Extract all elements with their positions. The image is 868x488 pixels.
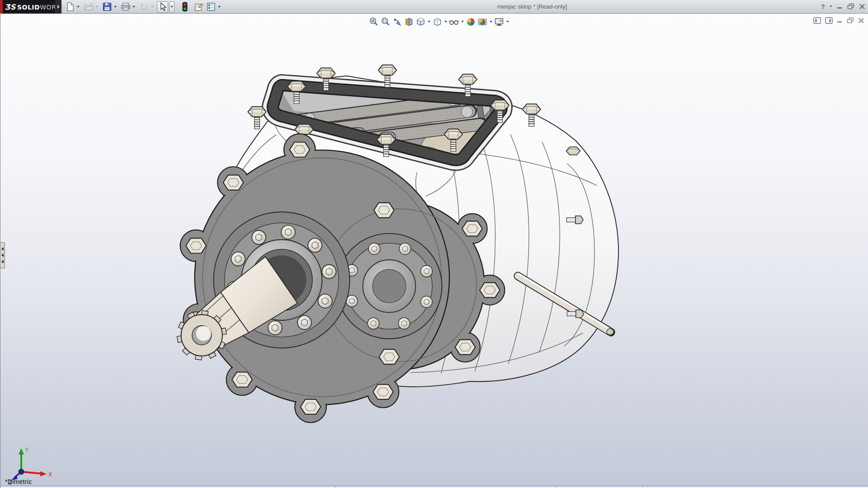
new-document-button[interactable] [64, 1, 75, 13]
view-orientation-label: *Dimetric [5, 478, 32, 485]
zoom-to-area-button[interactable] [379, 16, 391, 27]
save-dropdown[interactable] [113, 1, 118, 13]
restore-window-button[interactable] [847, 1, 854, 11]
save-button[interactable] [101, 1, 113, 13]
apply-scene-dropdown[interactable] [488, 16, 493, 27]
right-pane-icon [825, 17, 833, 24]
restore-document-icon [847, 17, 854, 23]
document-window-controls [813, 16, 864, 24]
minimize-document-button[interactable] [837, 16, 843, 24]
toggle-left-pane-button[interactable] [813, 16, 821, 24]
save-floppy-icon [103, 2, 112, 11]
view-orientation-icon [416, 17, 425, 27]
restore-icon [847, 3, 854, 9]
display-style-icon [433, 17, 442, 27]
section-view-icon [404, 17, 414, 27]
file-properties-button[interactable] [193, 1, 204, 13]
close-document-button[interactable] [858, 16, 864, 24]
menu-expand-button[interactable] [55, 0, 61, 14]
triad-x-label: X [48, 471, 52, 478]
feature-pane-flyout-tab[interactable] [0, 242, 5, 268]
view-orientation-dropdown[interactable] [426, 16, 431, 27]
restore-document-button[interactable] [847, 16, 854, 24]
solidworks-logo: ƷSSOLIDWORKS [0, 0, 55, 14]
options-dropdown[interactable] [217, 1, 222, 13]
view-settings-icon [494, 17, 504, 27]
graphics-viewport[interactable]: Y X Z *Dimetric [0, 14, 868, 488]
options-button[interactable] [205, 1, 217, 13]
expand-pane-arrow-icon [1, 247, 4, 251]
minimize-window-button[interactable] [837, 1, 843, 11]
view-settings-button[interactable] [493, 16, 505, 27]
help-button[interactable]: ? [821, 1, 825, 11]
previous-view-button[interactable] [391, 16, 403, 27]
status-bar [0, 486, 868, 488]
print-dropdown[interactable] [131, 1, 137, 13]
logo-name-bold: SOLID [17, 4, 40, 11]
file-properties-icon [194, 2, 204, 11]
expand-pane-arrow-icon [1, 260, 4, 263]
open-folder-icon [84, 2, 94, 11]
view-orientation-button[interactable] [415, 16, 426, 27]
close-window-button[interactable] [859, 1, 865, 11]
select-tool-button[interactable] [157, 1, 168, 13]
select-cursor-icon [159, 2, 167, 11]
open-dropdown[interactable] [94, 1, 99, 13]
heads-up-toolbar [368, 16, 510, 27]
options-checklist-icon [207, 2, 216, 11]
open-button[interactable] [83, 1, 94, 13]
triad-y-label: Y [25, 447, 28, 453]
rebuild-button[interactable] [179, 1, 190, 13]
zoom-to-area-icon [381, 17, 390, 27]
right-hub [336, 234, 442, 339]
titlebar-controls: ? [821, 1, 865, 11]
previous-view-icon [392, 17, 402, 27]
printer-icon [121, 2, 131, 11]
undo-arrow-icon [139, 2, 149, 11]
new-document-icon [66, 2, 75, 11]
left-pane-icon [813, 17, 821, 24]
help-icon: ? [821, 3, 825, 10]
traffic-light-icon [182, 2, 188, 12]
window-title: menjac sklop * [Read-only] [497, 3, 567, 10]
zoom-to-fit-icon [369, 17, 378, 27]
hide-show-items-dropdown[interactable] [460, 16, 465, 27]
hide-show-items-button[interactable] [448, 16, 460, 27]
undo-dropdown[interactable] [150, 1, 155, 13]
close-icon [859, 4, 865, 9]
help-dropdown[interactable] [830, 1, 832, 11]
section-view-button[interactable] [403, 16, 415, 27]
close-document-icon [858, 18, 864, 23]
display-style-button[interactable] [431, 16, 443, 27]
titlebar: ƷSSOLIDWORKS [0, 0, 868, 14]
edit-appearance-button[interactable] [465, 16, 476, 27]
select-tool-dropdown[interactable] [169, 1, 175, 13]
logo-red-accent [0, 0, 3, 14]
logo-prefix: ƷS [5, 3, 16, 11]
undo-button[interactable] [138, 1, 150, 13]
menu-expand-arrow-icon [57, 5, 60, 9]
apply-scene-icon [477, 17, 487, 27]
new-document-dropdown[interactable] [75, 1, 81, 13]
edit-appearance-icon [466, 17, 476, 27]
zoom-to-fit-button[interactable] [368, 16, 379, 27]
main-toolbar [64, 1, 224, 13]
gearbox-model [0, 14, 868, 488]
apply-scene-button[interactable] [476, 16, 488, 27]
toggle-right-pane-button[interactable] [825, 16, 833, 24]
print-button[interactable] [120, 1, 131, 13]
hide-show-items-icon [449, 17, 459, 27]
minimize-icon [837, 4, 843, 9]
minimize-document-icon [837, 18, 843, 23]
view-settings-dropdown[interactable] [505, 16, 510, 27]
expand-pane-arrow-icon [1, 253, 4, 257]
display-style-dropdown[interactable] [443, 16, 448, 27]
